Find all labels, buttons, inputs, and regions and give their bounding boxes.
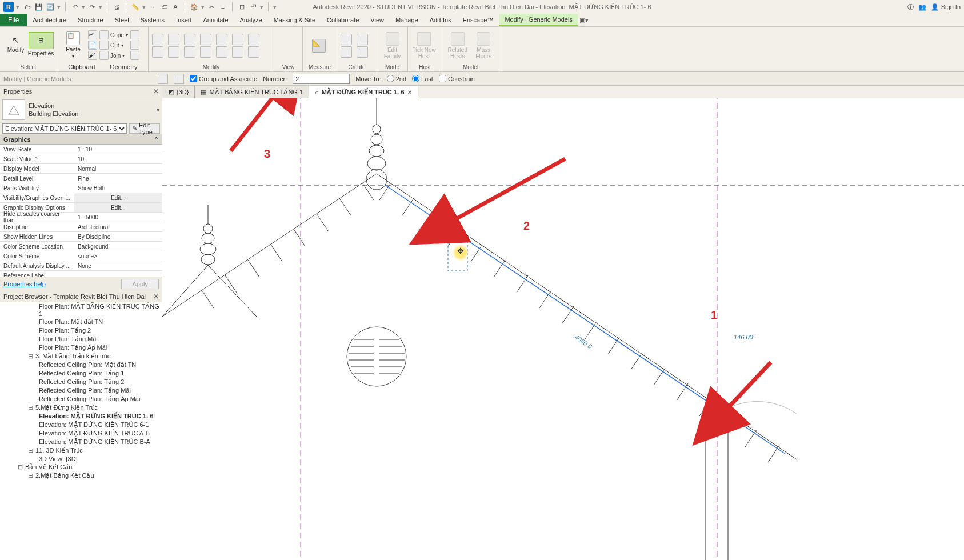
thin-lines-icon[interactable]: ≡ [218,2,227,11]
tree-item[interactable]: Elevation: MẶT ĐỨNG KIẾN TRÚC 1- 6 [0,412,162,421]
property-value[interactable]: By Discipline [74,232,162,241]
dimension-icon[interactable]: ↔ [148,2,157,11]
delete-icon[interactable] [248,46,259,58]
offset-icon[interactable] [248,34,259,45]
group-associate-checkbox[interactable]: Group and Associate [190,75,257,82]
sign-in-button[interactable]: 👤 Sign In [931,3,961,11]
edit-family-button[interactable]: Edit Family [381,30,404,62]
element-selector[interactable]: Elevation: MẶT ĐỨNG KIẾN TRÚC 1- 6 [2,123,127,134]
view-tab-elevation[interactable]: ⌂MẶT ĐỨNG KIẾN TRÚC 1- 6✕ [309,86,418,98]
file-menu-dropdown-icon[interactable]: ▾ [16,3,19,11]
tree-item[interactable]: 3D View: {3D} [0,455,162,463]
cut-button[interactable]: ✂ [88,30,97,39]
favorites-icon[interactable]: 👥 [918,3,926,11]
moveto-last-radio[interactable]: Last [412,75,433,82]
tree-item[interactable]: Reflected Ceiling Plan: Tầng 2 [0,378,162,386]
tree-item[interactable]: Floor Plan: Tầng Áp Mái [0,343,162,352]
property-value[interactable]: <none> [74,251,162,261]
qat-customize-icon[interactable]: ▾ [273,3,277,11]
tab-architecture[interactable]: Architecture [27,14,72,26]
measure-icon[interactable]: 📏 [131,2,140,11]
undo-icon[interactable]: ↶ [70,2,79,11]
default3d-icon[interactable]: 🏠 [190,2,199,11]
measure-button[interactable]: 📐 [306,30,331,62]
property-row[interactable]: Hide at scales coarser than1 : 5000 [0,213,162,222]
tree-item[interactable]: Floor Plan: Tầng Mái [0,335,162,343]
mirror-axis-icon[interactable] [152,46,163,58]
move-icon[interactable] [152,34,163,45]
cope-button[interactable]: Cope▾ [99,30,128,39]
tree-expand-icon[interactable]: ⊟ [17,463,23,471]
view-tab-3d[interactable]: ◩{3D} [162,86,195,98]
drawing-canvas[interactable]: ✥ 3 2 1 4060.0 146.00° [162,98,964,560]
create-assembly-icon[interactable] [341,46,352,58]
tab-enscape[interactable]: Enscape™ [457,14,499,26]
constrain-checkbox[interactable]: Constrain [439,75,475,82]
tree-item[interactable]: ⊟2.Mặt Bằng Kết Cấu [0,471,162,480]
property-row[interactable]: Display ModelNormal [0,164,162,174]
tree-item[interactable]: Reflected Ceiling Plan: Tầng Mái [0,386,162,395]
tag-icon[interactable]: 🏷 [159,2,169,11]
info-center-icon[interactable]: ⓘ [907,3,914,11]
close-windows-icon[interactable]: ⊞ [237,2,246,11]
split-icon[interactable] [216,34,227,45]
tree-expand-icon[interactable]: ⊟ [27,353,33,360]
property-row[interactable]: Visibility/Graphics Overri...Edit... [0,193,162,203]
tab-addins[interactable]: Add-Ins [424,14,457,26]
scale-icon[interactable] [200,46,211,58]
tree-item[interactable]: Floor Plan: MẶT BẰNG KIẾN TRÚC TẦNG 1 [0,302,162,318]
tree-item[interactable]: ⊟11. 3D Kiến Trúc [0,446,162,455]
property-row[interactable]: Color Scheme<none> [0,251,162,261]
pin-icon[interactable] [216,46,227,58]
tree-expand-icon[interactable]: ⊟ [27,472,33,479]
linear-array-icon[interactable] [158,74,168,84]
join-button[interactable]: Join▾ [99,51,128,60]
tree-item[interactable]: Elevation: MẶT ĐỨNG KIẾN TRÚC B-A [0,438,162,446]
property-row[interactable]: Reference Label [0,271,162,277]
tree-item[interactable]: Elevation: MẶT ĐỨNG KIẾN TRÚC A-B [0,429,162,438]
close-tab-icon[interactable]: ✕ [407,89,412,95]
pick-new-host-button[interactable]: Pick New Host [411,30,437,62]
redo-icon[interactable]: ↷ [87,2,97,11]
property-row[interactable]: Scale Value 1:10 [0,154,162,164]
property-value[interactable]: Edit... [74,203,162,212]
radial-array-icon[interactable] [174,74,184,84]
number-input[interactable] [293,74,350,84]
modify-button[interactable]: ↖Modify [3,28,29,60]
properties-close-icon[interactable]: ✕ [153,87,159,95]
property-row[interactable]: DisciplineArchitectural [0,222,162,232]
property-value[interactable]: 1 : 10 [74,145,162,154]
tab-systems[interactable]: Systems [135,14,170,26]
mirror-draw-icon[interactable] [168,46,179,58]
notch-icon[interactable] [130,30,139,39]
tab-steel[interactable]: Steel [109,14,135,26]
tree-item[interactable]: Elevation: MẶT ĐỨNG KIẾN TRÚC 6-1 [0,421,162,429]
tree-item[interactable]: ⊟Bản Vẽ Kết Cấu [0,463,162,471]
rotate-icon[interactable] [184,34,195,45]
property-row[interactable]: Show Hidden LinesBy Discipline [0,232,162,242]
tab-collaborate[interactable]: Collaborate [321,14,365,26]
property-value[interactable]: Edit... [74,193,162,202]
type-selector[interactable]: ElevationBuilding Elevation ▾ [0,97,162,122]
paste-button[interactable]: 📋Paste▾ [61,29,86,61]
text-icon[interactable]: A [171,2,180,11]
view-tab-floorplan[interactable]: ▦MẶT BẰNG KIẾN TRÚC TẦNG 1 [195,86,309,98]
property-row[interactable]: Detail LevelFine [0,174,162,183]
tab-view[interactable]: View [365,14,390,26]
property-value[interactable]: 1 : 5000 [74,213,162,222]
demolish-icon[interactable] [130,51,139,60]
tab-manage[interactable]: Manage [390,14,424,26]
property-value[interactable]: Normal [74,164,162,173]
tree-expand-icon[interactable]: ⊟ [27,447,33,454]
copy-move-icon[interactable] [168,34,179,45]
align-icon[interactable] [232,34,243,45]
tab-analyze[interactable]: Analyze [234,14,268,26]
trim-icon[interactable] [200,34,211,45]
tab-structure[interactable]: Structure [72,14,109,26]
create-similar-icon[interactable] [341,34,352,45]
tree-item[interactable]: Reflected Ceiling Plan: Tầng Áp Mái [0,395,162,403]
property-row[interactable]: Parts VisibilityShow Both [0,183,162,193]
tab-annotate[interactable]: Annotate [197,14,234,26]
browser-close-icon[interactable]: ✕ [153,293,159,301]
unpin-icon[interactable] [232,46,243,58]
